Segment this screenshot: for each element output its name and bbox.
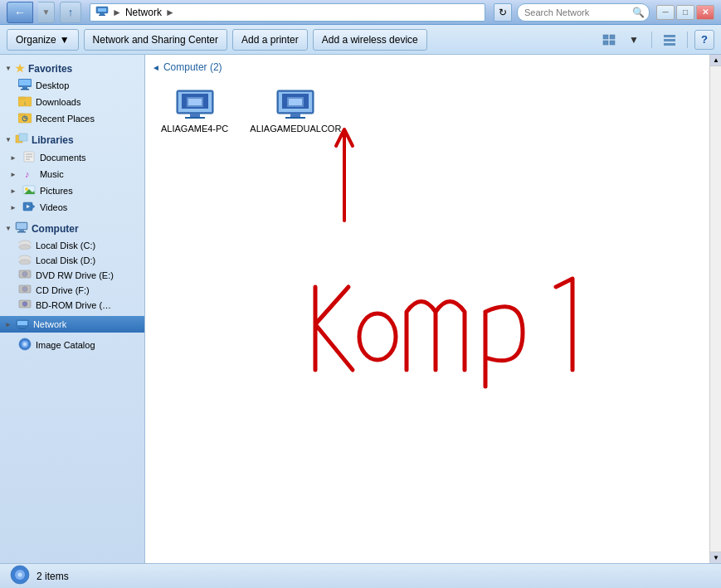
aliagamedual-icon — [275, 89, 315, 120]
svg-rect-14 — [21, 89, 29, 90]
organize-arrow: ▼ — [60, 34, 70, 46]
refresh-button[interactable]: ↻ — [494, 3, 512, 22]
organize-button[interactable]: Organize ▼ — [7, 29, 79, 51]
dvd-e-label: DVD RW Drive (E:) — [36, 270, 114, 280]
scroll-track[interactable] — [710, 66, 721, 552]
svg-text:♪: ♪ — [25, 169, 30, 179]
close-button[interactable]: ✕ — [696, 5, 714, 20]
pictures-expand: ► — [10, 187, 17, 195]
sidebar-item-music[interactable]: ► ♪ Music — [0, 166, 144, 182]
svg-rect-8 — [664, 35, 675, 37]
search-input[interactable] — [524, 7, 632, 17]
sidebar-item-documents[interactable]: ► Documents — [0, 149, 144, 166]
documents-icon — [22, 151, 36, 164]
svg-point-51 — [22, 302, 27, 307]
view-options-button[interactable] — [598, 30, 620, 50]
up-button[interactable]: ↑ — [60, 2, 81, 23]
libraries-section: ▼ Libraries ► — [0, 130, 144, 216]
svg-rect-16 — [18, 97, 25, 99]
sidebar-item-desktop[interactable]: Desktop — [0, 77, 144, 94]
status-network-icon — [10, 565, 30, 587]
sidebar-item-pictures[interactable]: ► Pictures — [0, 182, 144, 199]
svg-rect-2 — [100, 13, 105, 15]
back-button[interactable]: ← — [7, 2, 33, 23]
sidebar-item-local-c[interactable]: Local Disk (C:) — [0, 238, 144, 253]
title-bar: ← ▼ ↑ ► Network ► ↻ 🔍 ─ □ ✕ — [0, 0, 721, 25]
svg-rect-1 — [98, 8, 106, 12]
computer-item-aliagame4[interactable]: ALIAGAME4-PC — [155, 83, 234, 139]
documents-label: Documents — [40, 153, 86, 163]
videos-label: Videos — [40, 202, 67, 212]
computer-label: Computer — [32, 223, 79, 235]
music-expand: ► — [10, 171, 17, 178]
music-icon: ♪ — [22, 168, 36, 181]
svg-point-45 — [19, 260, 31, 265]
sidebar-item-image-catalog[interactable]: Image Catalog — [0, 336, 144, 354]
sidebar-item-dvd-e[interactable]: DVD RW Drive (E:) — [0, 268, 144, 283]
computer-section: ▼ Computer — [0, 219, 144, 313]
downloads-icon: ↓ — [18, 95, 32, 109]
sidebar-item-downloads[interactable]: ↓ Downloads — [0, 94, 144, 110]
sidebar-item-bdrom-g[interactable]: BD-ROM Drive (G:) M — [0, 298, 144, 313]
section-header: Computer (2) — [152, 61, 703, 73]
sidebar-item-cd-f[interactable]: CD Drive (F:) — [0, 283, 144, 298]
svg-rect-53 — [17, 321, 27, 325]
svg-rect-69 — [290, 114, 300, 117]
search-box[interactable]: 🔍 — [517, 3, 650, 22]
forward-button[interactable]: ▼ — [38, 2, 55, 23]
address-bar[interactable]: ► Network ► — [90, 3, 485, 22]
sidebar-item-recent-places[interactable]: Recent Places — [0, 110, 144, 127]
svg-rect-70 — [285, 117, 305, 119]
scroll-down-button[interactable]: ▼ — [710, 552, 721, 563]
path-label: Network — [125, 7, 162, 18]
favorites-label: Favorites — [28, 63, 72, 75]
image-catalog-label: Image Catalog — [36, 340, 95, 350]
content-area: Computer (2) ALIAGAME4-PC — [145, 55, 709, 563]
svg-rect-7 — [610, 41, 615, 45]
favorites-header[interactable]: ▼ ★ Favorites — [0, 60, 144, 77]
toolbar-right: ▼ ? — [598, 30, 714, 50]
libraries-header[interactable]: ▼ Libraries — [0, 130, 144, 149]
path-network-icon — [95, 4, 109, 20]
sidebar-item-network[interactable]: ► Network — [0, 316, 144, 333]
svg-rect-37 — [17, 223, 27, 229]
computer-expand: ▼ — [5, 225, 12, 232]
computer-header[interactable]: ▼ Computer — [0, 219, 144, 238]
image-catalog-icon — [18, 338, 32, 352]
toolbar-sep — [651, 32, 652, 48]
svg-rect-39 — [17, 231, 26, 233]
minimize-button[interactable]: ─ — [656, 5, 675, 20]
view-dropdown-arrow[interactable]: ▼ — [623, 30, 645, 50]
window-controls: ─ □ ✕ — [656, 5, 714, 20]
music-label: Music — [40, 169, 64, 179]
svg-point-47 — [22, 272, 27, 277]
scroll-up-button[interactable]: ▲ — [710, 55, 721, 66]
computer-item-aliagamedual[interactable]: ALIAGAMEDUALCOR — [244, 83, 347, 139]
svg-rect-6 — [603, 41, 608, 45]
favorites-section: ▼ ★ Favorites Desktop — [0, 60, 144, 127]
details-pane-button[interactable] — [659, 30, 680, 50]
organize-label: Organize — [16, 34, 56, 46]
videos-icon — [22, 201, 36, 214]
network-expand: ► — [5, 321, 12, 328]
svg-rect-62 — [190, 114, 200, 117]
add-printer-button[interactable]: Add a printer — [232, 29, 308, 51]
network-icon-sm — [16, 318, 29, 331]
add-printer-label: Add a printer — [241, 34, 299, 46]
maximize-button[interactable]: □ — [676, 5, 694, 20]
svg-point-58 — [23, 343, 27, 346]
svg-rect-24 — [19, 134, 27, 141]
local-c-icon — [18, 240, 32, 251]
status-bar: 2 items — [0, 563, 721, 588]
search-icon[interactable]: 🔍 — [632, 7, 645, 18]
network-sharing-button[interactable]: Network and Sharing Center — [84, 29, 227, 51]
sidebar-item-local-d[interactable]: Local Disk (D:) — [0, 253, 144, 268]
pictures-icon — [22, 184, 36, 197]
favorites-expand: ▼ — [5, 65, 12, 72]
network-sharing-label: Network and Sharing Center — [93, 34, 218, 46]
svg-rect-19 — [18, 114, 25, 115]
sidebar-item-videos[interactable]: ► Videos — [0, 199, 144, 216]
desktop-icon — [18, 79, 32, 92]
help-button[interactable]: ? — [694, 30, 714, 50]
add-wireless-button[interactable]: Add a wireless device — [313, 29, 427, 51]
